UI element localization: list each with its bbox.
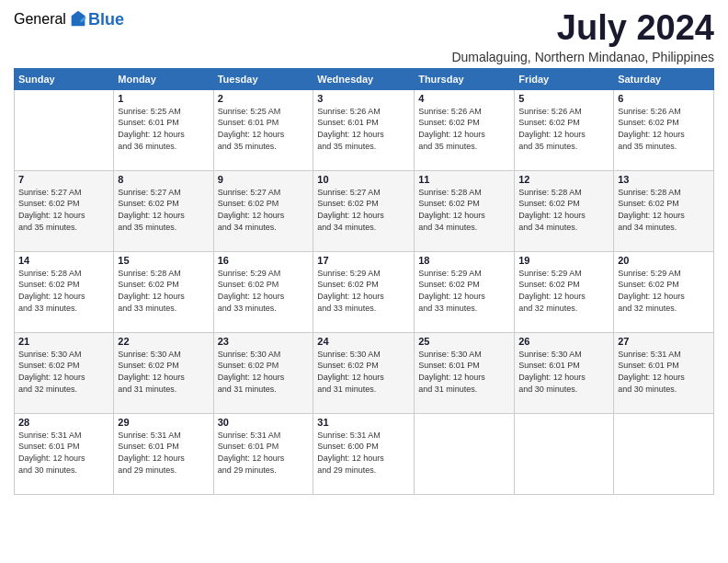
day-number: 19 xyxy=(518,255,609,266)
day-info: Sunrise: 5:30 AMSunset: 6:02 PMDaylight:… xyxy=(218,349,310,395)
day-number: 2 xyxy=(218,93,310,104)
page: General Blue July 2024 Dumalaguing, Nort… xyxy=(0,0,728,563)
day-info: Sunrise: 5:31 AMSunset: 6:01 PMDaylight:… xyxy=(18,430,109,476)
day-info: Sunrise: 5:29 AMSunset: 6:02 PMDaylight:… xyxy=(317,268,410,314)
day-number: 6 xyxy=(618,93,710,104)
day-number: 11 xyxy=(418,174,510,185)
day-info: Sunrise: 5:30 AMSunset: 6:02 PMDaylight:… xyxy=(118,349,209,395)
day-info: Sunrise: 5:28 AMSunset: 6:02 PMDaylight:… xyxy=(118,268,209,314)
day-info: Sunrise: 5:29 AMSunset: 6:02 PMDaylight:… xyxy=(418,268,510,314)
day-number: 27 xyxy=(618,336,710,347)
calendar-cell xyxy=(614,413,714,494)
day-number: 5 xyxy=(518,93,609,104)
col-monday: Monday xyxy=(114,68,213,89)
calendar-cell: 30Sunrise: 5:31 AMSunset: 6:01 PMDayligh… xyxy=(213,413,313,494)
calendar-cell: 31Sunrise: 5:31 AMSunset: 6:00 PMDayligh… xyxy=(313,413,415,494)
day-number: 17 xyxy=(317,255,410,266)
day-info: Sunrise: 5:27 AMSunset: 6:02 PMDaylight:… xyxy=(317,187,410,233)
calendar-week-4: 21Sunrise: 5:30 AMSunset: 6:02 PMDayligh… xyxy=(15,332,714,413)
day-number: 8 xyxy=(118,174,209,185)
day-info: Sunrise: 5:29 AMSunset: 6:02 PMDaylight:… xyxy=(618,268,710,314)
calendar-cell: 12Sunrise: 5:28 AMSunset: 6:02 PMDayligh… xyxy=(515,170,614,251)
day-number: 21 xyxy=(18,336,109,347)
calendar-cell: 24Sunrise: 5:30 AMSunset: 6:02 PMDayligh… xyxy=(313,332,415,413)
day-number: 28 xyxy=(18,417,109,428)
col-saturday: Saturday xyxy=(614,68,714,89)
logo-text: General Blue xyxy=(14,9,124,29)
col-sunday: Sunday xyxy=(15,68,114,89)
logo: General Blue xyxy=(14,9,124,29)
calendar-cell: 21Sunrise: 5:30 AMSunset: 6:02 PMDayligh… xyxy=(15,332,114,413)
day-number: 20 xyxy=(618,255,710,266)
day-number: 14 xyxy=(18,255,109,266)
calendar-cell xyxy=(15,89,114,170)
calendar-cell: 23Sunrise: 5:30 AMSunset: 6:02 PMDayligh… xyxy=(213,332,313,413)
day-info: Sunrise: 5:26 AMSunset: 6:02 PMDaylight:… xyxy=(418,106,510,152)
calendar-cell: 29Sunrise: 5:31 AMSunset: 6:01 PMDayligh… xyxy=(114,413,213,494)
calendar-cell: 7Sunrise: 5:27 AMSunset: 6:02 PMDaylight… xyxy=(15,170,114,251)
header: General Blue July 2024 Dumalaguing, Nort… xyxy=(14,9,714,64)
calendar-cell: 18Sunrise: 5:29 AMSunset: 6:02 PMDayligh… xyxy=(415,251,515,332)
col-tuesday: Tuesday xyxy=(213,68,313,89)
day-number: 31 xyxy=(317,417,410,428)
location-subtitle: Dumalaguing, Northern Mindanao, Philippi… xyxy=(451,50,714,64)
day-info: Sunrise: 5:31 AMSunset: 6:01 PMDaylight:… xyxy=(618,349,710,395)
day-info: Sunrise: 5:31 AMSunset: 6:00 PMDaylight:… xyxy=(317,430,410,476)
calendar-cell: 11Sunrise: 5:28 AMSunset: 6:02 PMDayligh… xyxy=(415,170,515,251)
day-number: 1 xyxy=(118,93,209,104)
day-info: Sunrise: 5:28 AMSunset: 6:02 PMDaylight:… xyxy=(418,187,510,233)
day-info: Sunrise: 5:28 AMSunset: 6:02 PMDaylight:… xyxy=(18,268,109,314)
logo-blue: Blue xyxy=(88,10,124,29)
calendar-week-5: 28Sunrise: 5:31 AMSunset: 6:01 PMDayligh… xyxy=(15,413,714,494)
day-number: 3 xyxy=(317,93,410,104)
day-number: 29 xyxy=(118,417,209,428)
calendar-cell: 26Sunrise: 5:30 AMSunset: 6:01 PMDayligh… xyxy=(515,332,614,413)
day-info: Sunrise: 5:28 AMSunset: 6:02 PMDaylight:… xyxy=(518,187,609,233)
day-info: Sunrise: 5:30 AMSunset: 6:02 PMDaylight:… xyxy=(18,349,109,395)
calendar-cell: 5Sunrise: 5:26 AMSunset: 6:02 PMDaylight… xyxy=(515,89,614,170)
day-info: Sunrise: 5:26 AMSunset: 6:02 PMDaylight:… xyxy=(518,106,609,152)
day-info: Sunrise: 5:25 AMSunset: 6:01 PMDaylight:… xyxy=(218,106,310,152)
logo-general: General xyxy=(14,11,66,28)
calendar-week-1: 1Sunrise: 5:25 AMSunset: 6:01 PMDaylight… xyxy=(15,89,714,170)
calendar-cell: 10Sunrise: 5:27 AMSunset: 6:02 PMDayligh… xyxy=(313,170,415,251)
title-section: July 2024 Dumalaguing, Northern Mindanao… xyxy=(451,9,714,64)
day-info: Sunrise: 5:25 AMSunset: 6:01 PMDaylight:… xyxy=(118,106,209,152)
day-info: Sunrise: 5:29 AMSunset: 6:02 PMDaylight:… xyxy=(218,268,310,314)
day-number: 4 xyxy=(418,93,510,104)
header-row: Sunday Monday Tuesday Wednesday Thursday… xyxy=(15,68,714,89)
calendar-cell: 15Sunrise: 5:28 AMSunset: 6:02 PMDayligh… xyxy=(114,251,213,332)
day-info: Sunrise: 5:31 AMSunset: 6:01 PMDaylight:… xyxy=(118,430,209,476)
calendar-cell: 25Sunrise: 5:30 AMSunset: 6:01 PMDayligh… xyxy=(415,332,515,413)
day-info: Sunrise: 5:27 AMSunset: 6:02 PMDaylight:… xyxy=(118,187,209,233)
day-info: Sunrise: 5:30 AMSunset: 6:01 PMDaylight:… xyxy=(518,349,609,395)
calendar-cell: 2Sunrise: 5:25 AMSunset: 6:01 PMDaylight… xyxy=(213,89,313,170)
col-thursday: Thursday xyxy=(415,68,515,89)
day-number: 12 xyxy=(518,174,609,185)
day-info: Sunrise: 5:26 AMSunset: 6:02 PMDaylight:… xyxy=(618,106,710,152)
calendar-cell: 22Sunrise: 5:30 AMSunset: 6:02 PMDayligh… xyxy=(114,332,213,413)
day-number: 26 xyxy=(518,336,609,347)
calendar-cell: 16Sunrise: 5:29 AMSunset: 6:02 PMDayligh… xyxy=(213,251,313,332)
calendar-cell: 6Sunrise: 5:26 AMSunset: 6:02 PMDaylight… xyxy=(614,89,714,170)
day-number: 22 xyxy=(118,336,209,347)
col-wednesday: Wednesday xyxy=(313,68,415,89)
month-year-title: July 2024 xyxy=(451,9,714,48)
day-number: 18 xyxy=(418,255,510,266)
day-info: Sunrise: 5:27 AMSunset: 6:02 PMDaylight:… xyxy=(218,187,310,233)
calendar-body: 1Sunrise: 5:25 AMSunset: 6:01 PMDaylight… xyxy=(15,89,714,494)
calendar-cell: 17Sunrise: 5:29 AMSunset: 6:02 PMDayligh… xyxy=(313,251,415,332)
day-info: Sunrise: 5:30 AMSunset: 6:02 PMDaylight:… xyxy=(317,349,410,395)
day-number: 7 xyxy=(18,174,109,185)
calendar-cell: 1Sunrise: 5:25 AMSunset: 6:01 PMDaylight… xyxy=(114,89,213,170)
day-number: 9 xyxy=(218,174,310,185)
logo-icon xyxy=(68,9,88,29)
day-number: 30 xyxy=(218,417,310,428)
day-info: Sunrise: 5:30 AMSunset: 6:01 PMDaylight:… xyxy=(418,349,510,395)
calendar-cell: 13Sunrise: 5:28 AMSunset: 6:02 PMDayligh… xyxy=(614,170,714,251)
day-number: 13 xyxy=(618,174,710,185)
calendar-cell: 4Sunrise: 5:26 AMSunset: 6:02 PMDaylight… xyxy=(415,89,515,170)
day-info: Sunrise: 5:31 AMSunset: 6:01 PMDaylight:… xyxy=(218,430,310,476)
calendar-cell: 3Sunrise: 5:26 AMSunset: 6:01 PMDaylight… xyxy=(313,89,415,170)
calendar-week-2: 7Sunrise: 5:27 AMSunset: 6:02 PMDaylight… xyxy=(15,170,714,251)
